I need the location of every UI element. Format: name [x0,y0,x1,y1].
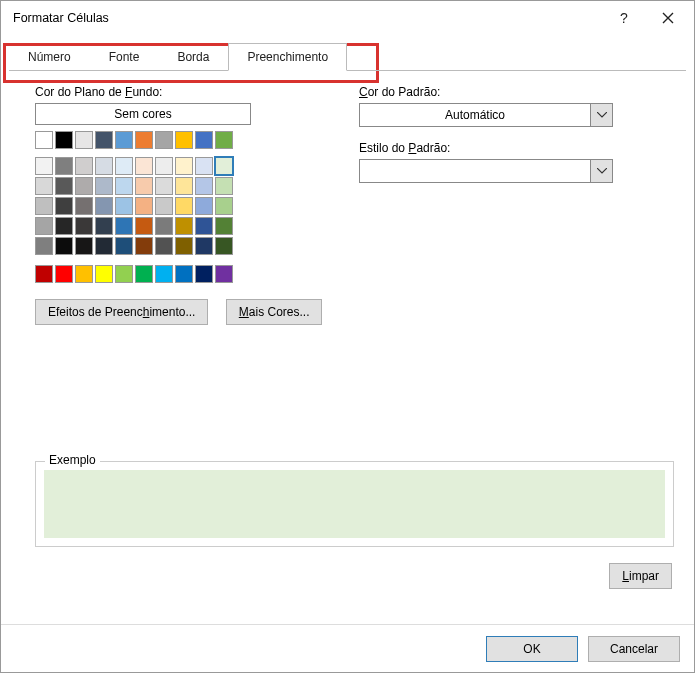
close-icon [662,12,674,24]
color-swatch[interactable] [35,131,53,149]
color-swatch[interactable] [175,157,193,175]
pattern-color-dropdown-button[interactable] [591,103,613,127]
color-swatch[interactable] [35,237,53,255]
cancel-button[interactable]: Cancelar [588,636,680,662]
color-swatch[interactable] [175,197,193,215]
color-swatch[interactable] [75,197,93,215]
color-swatch[interactable] [155,131,173,149]
color-swatch[interactable] [175,177,193,195]
tab-number[interactable]: Número [9,43,90,71]
color-swatch[interactable] [115,197,133,215]
color-swatch[interactable] [175,265,193,283]
sample-group: Exemplo [35,461,674,547]
color-swatch[interactable] [155,237,173,255]
color-swatch[interactable] [115,131,133,149]
color-swatch[interactable] [55,131,73,149]
color-swatch[interactable] [55,157,73,175]
tab-fill[interactable]: Preenchimento [228,43,347,71]
color-swatch[interactable] [95,177,113,195]
pattern-color-combo[interactable]: Automático [359,103,613,127]
close-button[interactable] [646,3,690,33]
color-swatch[interactable] [35,177,53,195]
color-swatch[interactable] [195,197,213,215]
format-cells-dialog: Formatar Células ? Número Fonte Borda Pr… [0,0,695,673]
no-color-button[interactable]: Sem cores [35,103,251,125]
color-swatch[interactable] [55,217,73,235]
color-swatch[interactable] [55,197,73,215]
color-swatch[interactable] [195,131,213,149]
color-swatch[interactable] [195,265,213,283]
color-swatch[interactable] [215,197,233,215]
sample-label: Exemplo [45,453,100,467]
color-swatch[interactable] [35,217,53,235]
color-swatch[interactable] [175,237,193,255]
theme-colors-row [35,131,325,149]
color-swatch[interactable] [95,265,113,283]
fill-effects-button[interactable]: Efeitos de Preenchimento... [35,299,208,325]
color-swatch[interactable] [35,197,53,215]
color-variants-grid [35,157,325,255]
color-swatch[interactable] [215,131,233,149]
tab-border[interactable]: Borda [158,43,228,71]
clear-button[interactable]: Limpar [609,563,672,589]
pattern-color-label: Cor do Padrão: [359,85,674,99]
color-swatch[interactable] [175,131,193,149]
pattern-style-combo[interactable] [359,159,613,183]
color-swatch[interactable] [155,157,173,175]
color-swatch[interactable] [155,177,173,195]
color-swatch[interactable] [175,217,193,235]
color-swatch[interactable] [215,237,233,255]
color-swatch[interactable] [135,217,153,235]
tab-font[interactable]: Fonte [90,43,159,71]
color-swatch[interactable] [135,177,153,195]
color-swatch[interactable] [215,177,233,195]
color-swatch[interactable] [35,157,53,175]
color-swatch[interactable] [55,177,73,195]
color-swatch[interactable] [155,265,173,283]
tab-bar: Número Fonte Borda Preenchimento [9,43,686,71]
color-swatch[interactable] [135,157,153,175]
dialog-title: Formatar Células [13,11,602,25]
color-swatch[interactable] [195,157,213,175]
color-swatch[interactable] [115,177,133,195]
tabs-container: Número Fonte Borda Preenchimento [1,35,694,71]
color-swatch[interactable] [215,217,233,235]
color-swatch[interactable] [95,197,113,215]
color-swatch[interactable] [195,217,213,235]
color-swatch[interactable] [75,217,93,235]
color-swatch[interactable] [215,265,233,283]
color-swatch[interactable] [115,157,133,175]
color-swatch[interactable] [155,217,173,235]
color-swatch[interactable] [155,197,173,215]
color-swatch[interactable] [75,237,93,255]
color-swatch[interactable] [35,265,53,283]
color-swatch[interactable] [135,265,153,283]
color-swatch[interactable] [135,197,153,215]
help-button[interactable]: ? [602,3,646,33]
ok-button[interactable]: OK [486,636,578,662]
pattern-color-value: Automático [359,103,591,127]
color-swatch[interactable] [75,131,93,149]
color-swatch[interactable] [75,157,93,175]
color-swatch[interactable] [75,265,93,283]
color-swatch[interactable] [135,237,153,255]
color-swatch[interactable] [75,177,93,195]
background-color-label: Cor do Plano de Fundo: [35,85,325,99]
pattern-style-dropdown-button[interactable] [591,159,613,183]
color-swatch[interactable] [95,237,113,255]
color-swatch[interactable] [115,217,133,235]
color-swatch[interactable] [195,177,213,195]
chevron-down-icon [597,168,607,174]
color-swatch[interactable] [115,265,133,283]
color-swatch[interactable] [95,131,113,149]
color-swatch[interactable] [115,237,133,255]
color-swatch[interactable] [95,217,113,235]
more-colors-button[interactable]: Mais Cores... [226,299,323,325]
color-swatch[interactable] [215,157,233,175]
sample-box [35,461,674,547]
color-swatch[interactable] [55,237,73,255]
color-swatch[interactable] [95,157,113,175]
color-swatch[interactable] [55,265,73,283]
color-swatch[interactable] [195,237,213,255]
color-swatch[interactable] [135,131,153,149]
